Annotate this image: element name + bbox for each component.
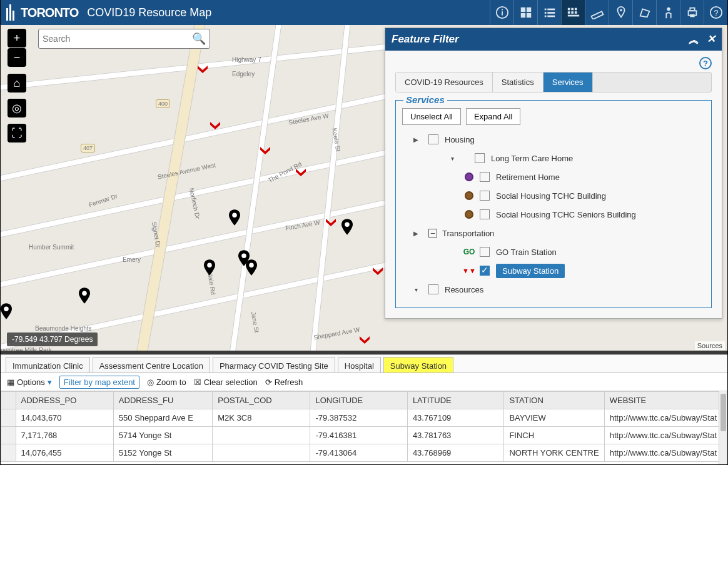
- col-header[interactable]: WEBSITE: [604, 392, 722, 409]
- tree-label[interactable]: Long Term Care Home: [491, 154, 573, 163]
- cell[interactable]: 5714 Yonge St: [113, 427, 212, 444]
- unselect-all-button[interactable]: Unselect All: [402, 108, 461, 125]
- attr-tab-immunization[interactable]: Immunization Clinic: [6, 357, 90, 372]
- options-dropdown[interactable]: ▦Options▾: [7, 378, 52, 387]
- fullscreen-button[interactable]: ⛶: [8, 124, 26, 142]
- attr-tab-pharmacy[interactable]: Pharmacy COVID Testing Site: [213, 357, 335, 372]
- attr-tab-hospital[interactable]: Hospital: [338, 357, 381, 372]
- checkbox[interactable]: [480, 247, 490, 257]
- tab-covid-resources[interactable]: COVID-19 Resources: [396, 72, 493, 92]
- print-icon[interactable]: [680, 0, 704, 25]
- checkbox[interactable]: [480, 209, 490, 219]
- cell[interactable]: http://www.ttc.ca/Subway/Stat: [604, 444, 722, 462]
- tree-label[interactable]: Transportation: [442, 229, 494, 238]
- caret-icon[interactable]: ▶: [411, 136, 421, 143]
- zoom-to-button[interactable]: ◎Zoom to: [147, 378, 186, 387]
- panel-help-icon[interactable]: ?: [699, 57, 712, 69]
- cell[interactable]: 14,043,670: [16, 409, 113, 427]
- tab-statistics[interactable]: Statistics: [493, 72, 543, 92]
- subway-marker[interactable]: [296, 169, 306, 176]
- list-icon[interactable]: [537, 0, 561, 25]
- map-credits[interactable]: Sources: [695, 341, 725, 350]
- map-marker[interactable]: [229, 209, 240, 226]
- map-marker[interactable]: [79, 288, 90, 304]
- collapse-icon[interactable]: ︽: [689, 32, 699, 47]
- polygon-icon[interactable]: [632, 0, 656, 25]
- tree-label[interactable]: Social Housing TCHC Building: [496, 191, 606, 201]
- col-header[interactable]: ADDRESS_PO: [16, 392, 113, 409]
- cell[interactable]: 43.768969: [407, 444, 504, 462]
- grid-scrollbar[interactable]: [719, 391, 727, 464]
- streetview-icon[interactable]: [656, 0, 680, 25]
- attr-tab-assessment[interactable]: Assessment Centre Location: [93, 357, 210, 372]
- caret-icon[interactable]: ▶: [411, 230, 421, 237]
- row-handle[interactable]: [1, 444, 16, 462]
- tree-node-ltc[interactable]: ▾ Long Term Care Home: [402, 149, 705, 168]
- tree-node-retirement[interactable]: Retirement Home: [402, 168, 705, 186]
- cell[interactable]: 43.781763: [407, 427, 504, 444]
- refresh-button[interactable]: ⟳Refresh: [265, 378, 303, 387]
- cell[interactable]: BAYVIEW: [504, 409, 604, 427]
- partial-check-icon[interactable]: –: [428, 229, 437, 238]
- map-marker[interactable]: [1, 303, 12, 319]
- tree-node-tchc[interactable]: Social Housing TCHC Building: [402, 186, 705, 205]
- tree-label[interactable]: Resources: [445, 285, 483, 294]
- locate-button[interactable]: ◎: [8, 99, 26, 118]
- checkbox[interactable]: [475, 153, 485, 163]
- cell[interactable]: 7,171,768: [16, 427, 113, 444]
- search-input[interactable]: [43, 30, 192, 48]
- cell[interactable]: [213, 427, 310, 444]
- tree-label[interactable]: Retirement Home: [496, 172, 560, 182]
- col-header[interactable]: LONGITUDE: [310, 392, 407, 409]
- home-extent-button[interactable]: ⌂: [8, 74, 26, 92]
- col-header[interactable]: LATITUDE: [407, 392, 504, 409]
- cell[interactable]: 43.767109: [407, 409, 504, 427]
- cell[interactable]: 550 Sheppard Ave E: [113, 409, 212, 427]
- cell[interactable]: -79.387532: [310, 409, 407, 427]
- subway-marker[interactable]: [326, 219, 336, 226]
- location-pin-icon[interactable]: [609, 0, 632, 25]
- checkbox[interactable]: [480, 172, 490, 182]
- expand-all-button[interactable]: Expand All: [466, 108, 520, 125]
- subway-marker[interactable]: [373, 268, 383, 275]
- map-marker[interactable]: [246, 259, 257, 276]
- info-icon[interactable]: [490, 0, 513, 25]
- cell[interactable]: -79.416381: [310, 427, 407, 444]
- zoom-out-button[interactable]: −: [8, 48, 26, 67]
- cell[interactable]: [213, 444, 310, 462]
- grid4-icon[interactable]: [513, 0, 537, 25]
- caret-icon[interactable]: ▾: [411, 286, 421, 293]
- attribute-grid[interactable]: ADDRESS_PO ADDRESS_FU POSTAL_COD LONGITU…: [1, 391, 722, 464]
- ruler-icon[interactable]: [585, 0, 609, 25]
- attribute-table-icon[interactable]: [561, 0, 585, 25]
- close-icon[interactable]: ✕: [707, 32, 715, 47]
- col-header[interactable]: ADDRESS_FU: [113, 392, 212, 409]
- table-row[interactable]: 14,043,670550 Sheppard Ave EM2K 3C8-79.3…: [1, 409, 722, 427]
- checkbox[interactable]: [428, 284, 438, 294]
- zoom-in-button[interactable]: +: [8, 29, 26, 48]
- tree-node-go[interactable]: GO GO Train Station: [402, 242, 705, 261]
- tree-label[interactable]: Subway Station: [496, 264, 565, 278]
- subway-marker[interactable]: [210, 122, 220, 129]
- tree-node-resources[interactable]: ▾ Resources: [402, 280, 705, 299]
- tab-services[interactable]: Services: [543, 72, 593, 92]
- cell[interactable]: M2K 3C8: [213, 409, 310, 427]
- table-row[interactable]: 14,076,4555152 Yonge St-79.41306443.7689…: [1, 444, 722, 462]
- row-handle[interactable]: [1, 409, 16, 427]
- row-handle[interactable]: [1, 427, 16, 444]
- tree-node-tchc-seniors[interactable]: Social Housing TCHC Seniors Building: [402, 205, 705, 224]
- tree-node-subway[interactable]: ▼▼ Subway Station: [402, 261, 705, 280]
- cell[interactable]: FINCH: [504, 427, 604, 444]
- tree-label[interactable]: GO Train Station: [496, 248, 557, 257]
- splitter-bar[interactable]: [1, 351, 727, 354]
- subway-marker[interactable]: [260, 147, 270, 154]
- map-marker[interactable]: [341, 219, 353, 235]
- cell[interactable]: NORTH YORK CENTRE: [504, 444, 604, 462]
- checkbox[interactable]: [428, 134, 438, 144]
- table-row[interactable]: 7,171,7685714 Yonge St-79.41638143.78176…: [1, 427, 722, 444]
- filter-by-extent-button[interactable]: Filter by map extent: [59, 376, 139, 389]
- search-icon[interactable]: 🔍: [192, 32, 206, 46]
- cell[interactable]: 14,076,455: [16, 444, 113, 462]
- checkbox[interactable]: [480, 191, 490, 201]
- tree-label[interactable]: Housing: [445, 135, 475, 144]
